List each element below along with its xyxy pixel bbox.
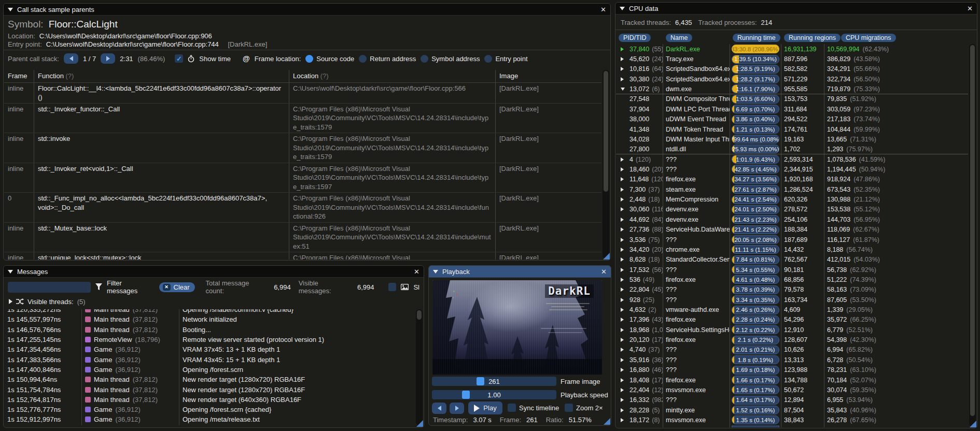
table-row[interactable]: 34,028DWM Master Input Thread799.64 ms (… [616,134,968,144]
table-row[interactable]: inlineFloor::CalcLight::__l4::<lambda_5b… [4,83,601,104]
col-location[interactable]: Location (?) [289,70,496,82]
table-row[interactable]: 18,460(20)???42.85 s (4.45%)2,344,9151,1… [616,164,968,174]
table-row[interactable]: 37,904DWM LPC Port Thread6.69 s (0.70%)3… [616,104,968,114]
prev-frame-button[interactable] [64,53,78,64]
table-row[interactable]: 7,300(37)steam.exe27.61 s (2.87%)1,286,5… [616,184,968,194]
list-item[interactable]: 1s 147,354,456nsGame(36,912)VRAM 37x45: … [4,344,414,354]
list-item[interactable]: 1s 120,335,272nsMain thread(37,812)Openi… [4,309,414,314]
expand-arrow-icon[interactable] [621,398,624,402]
expand-arrow-icon[interactable] [621,308,624,312]
expand-arrow-icon[interactable] [621,238,624,242]
radio-symbol-address[interactable]: Symbol address [421,55,480,63]
scrollbar-thumb[interactable] [604,71,608,192]
list-item[interactable]: 1s 152,776,777nsGame(36,912)Opening /for… [4,405,414,414]
radio-entry-point[interactable]: Entry point [484,55,527,63]
expand-arrow-icon[interactable] [621,408,624,412]
expand-arrow-icon[interactable] [621,388,624,392]
table-row[interactable]: 16,880(46)???1.69 s (0.18%)123,98878,231… [616,365,968,375]
expand-arrow-icon[interactable] [621,77,624,81]
expand-arrow-icon[interactable] [621,257,624,262]
scrollbar-thumb[interactable] [970,45,975,416]
table-row[interactable]: 928(25)???3.34 s (0.35%)163,73487,605(53… [616,295,968,305]
expand-arrow-icon[interactable] [621,188,624,192]
list-item[interactable]: 1s 145,557,997nsMain thread(37,812)Netwo… [4,314,414,324]
show-images-checkbox[interactable]: ✓ [388,283,397,291]
expand-arrow-icon[interactable] [621,167,624,171]
table-row[interactable]: 34,420(20)chrome.exe11.11 s (1.15%)14,43… [616,245,968,254]
table-row[interactable]: 27,736(88)ServiceHub.DataWarehouse21.41 … [616,224,968,234]
col-function[interactable]: Function (?) [34,70,289,82]
col-pid-tid[interactable]: PID/TID [615,34,663,42]
resize-grip[interactable] [970,421,976,427]
expand-arrow-icon[interactable] [621,227,624,232]
resize-grip[interactable] [603,253,610,260]
list-item[interactable]: 1s 153,116,37nsGame(36,912)Intro menu lo… [4,425,414,425]
table-row[interactable]: 4,632(2)vmware-authd.exe2.46 s (0.26%)4,… [616,305,968,314]
speed-slider[interactable]: 1.00 [432,390,556,399]
table-row[interactable]: 18,172(8)msvsmon.exe1.35 s (0.14%)38,843… [616,415,968,425]
close-icon[interactable]: ✕ [601,268,607,276]
visible-threads-row[interactable]: Visible threads: (5) [4,296,424,307]
expand-arrow-icon[interactable] [621,67,624,71]
expand-arrow-icon[interactable] [621,218,624,222]
col-image[interactable]: Image [496,70,601,82]
table-row[interactable]: 18,968(1,018)ServiceHub.SettingsHost.ex2… [616,325,968,335]
list-item[interactable]: 1s 146,576,766nsMain thread(37,812)Booti… [4,325,414,335]
expand-arrow-icon[interactable] [621,47,624,51]
table-row[interactable]: 38,000uDWM Event Thread3.86 s (0.40%)294… [616,114,968,124]
collapse-arrow-icon[interactable] [621,88,625,91]
expand-arrow-icon[interactable] [621,197,624,202]
expand-arrow-icon[interactable] [9,299,12,304]
list-item[interactable]: 1s 150,994,64nsMain thread(37,812)New re… [4,375,414,384]
col-running-regions[interactable]: Running regions [781,34,838,42]
show-time-checkbox[interactable]: ✓ [175,54,183,63]
expand-arrow-icon[interactable] [621,177,624,181]
table-row[interactable]: 10,816(64)ScriptedSandbox64.exe1:28.5 (9… [616,64,968,74]
table-row[interactable]: inlinestd::_Mutex_base::lockC:\Program F… [4,223,601,253]
table-row[interactable]: 2,448(18)MemCompression24.41 s (2.54%)62… [616,194,968,204]
play-button[interactable]: Play [468,401,502,414]
callstack-scrollbar[interactable] [603,70,609,258]
table-row[interactable]: inlinestd::_Invoker_ret<void,1>::_CallC:… [4,163,601,193]
table-row[interactable]: inlinestd::invokeC:\Program Files (x86)\… [4,133,601,163]
col-name[interactable]: Name [663,34,730,42]
expand-arrow-icon[interactable] [621,248,624,252]
table-row[interactable]: 4(120)???1:01.9 (6.43%)2,593,3141,078,53… [616,154,968,164]
prev-frame-button[interactable] [432,403,446,414]
expand-arrow-icon[interactable] [621,358,624,362]
col-frame[interactable]: Frame [4,70,34,82]
expand-arrow-icon[interactable] [621,57,624,61]
radio-return-address[interactable]: Return address [359,55,416,63]
radio-source-code[interactable]: Source code [305,55,354,63]
next-frame-button[interactable] [101,53,115,64]
expand-arrow-icon[interactable] [621,378,624,382]
clear-button[interactable]: ✕ Clear [159,282,195,292]
table-row[interactable]: 0std::_Func_impl_no_alloc<<lambda_5bc224… [4,193,601,223]
expand-arrow-icon[interactable] [621,368,624,372]
expand-arrow-icon[interactable] [621,418,624,422]
table-row[interactable]: 3,536(75)???20.05 s (2.08%)187,689116,12… [616,235,968,245]
table-row[interactable]: 22,804(45)???3.78 s (0.39%)79,57858,163(… [616,285,968,295]
expand-arrow-icon[interactable] [621,298,624,302]
expand-arrow-icon[interactable] [621,348,624,352]
resize-grip[interactable] [416,420,423,427]
table-row[interactable]: 27,800ntdll.dll25.93 ms (0.00%)1,7021,29… [616,145,968,154]
table-row[interactable]: 536(49)firefox.exe4.61 s (0.48%)68,85651… [616,275,968,284]
expand-arrow-icon[interactable] [621,318,624,322]
collapse-arrow-icon[interactable] [433,270,438,274]
close-icon[interactable]: ✕ [414,268,419,276]
collapse-arrow-icon[interactable] [8,270,13,274]
sync-timeline-checkbox[interactable]: ✓ [508,404,516,412]
list-item[interactable]: 1s 147,383,566nsGame(36,912)VRAM 43x45: … [4,354,414,364]
table-row[interactable]: 22,404(12)msvsmon.exe1.65 s (0.17%)50,67… [616,385,968,395]
expand-arrow-icon[interactable] [621,157,624,162]
zoom-2x-checkbox[interactable]: ✓ [565,404,573,412]
table-row[interactable]: 20,120(17)firefox.exe2.1 s (0.22%)128,60… [616,335,968,344]
filter-input[interactable] [8,282,91,293]
table-row[interactable]: 35,916(36)???1.8 s (0.19%)13,3136,728(50… [616,355,968,365]
expand-arrow-icon[interactable] [621,278,624,282]
table-row[interactable]: 17,396(43)firefox.exe2.28 s (0.24%)54,29… [616,315,968,325]
expand-arrow-icon[interactable] [621,207,624,211]
table-row[interactable]: 4,740(37)???2.01 s (0.21%)10,6266,994(65… [616,345,968,355]
frame-slider[interactable]: 261 [432,377,556,386]
